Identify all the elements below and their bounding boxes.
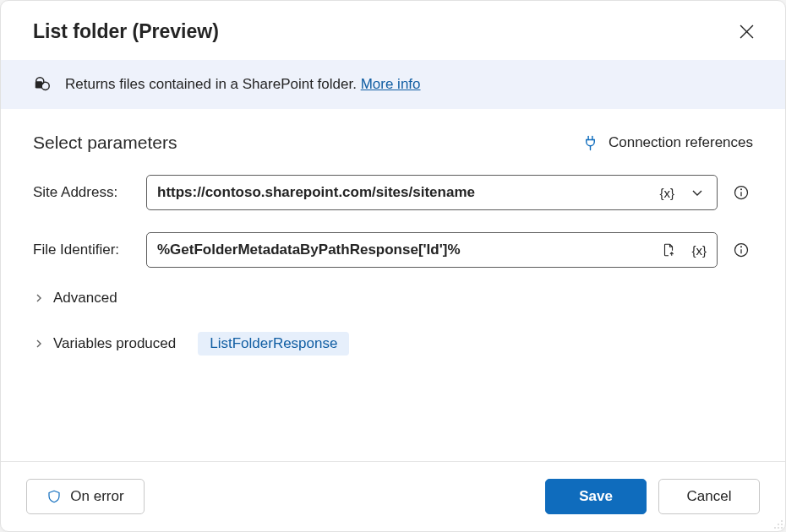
svg-point-13 <box>781 524 783 525</box>
svg-point-14 <box>781 527 783 529</box>
resize-handle[interactable] <box>770 516 783 529</box>
file-select-icon <box>661 242 676 258</box>
site-address-input-wrap[interactable]: {x} <box>146 175 718 210</box>
banner-description: Returns files contained in a SharePoint … <box>65 76 361 92</box>
file-identifier-input-wrap[interactable]: {x} <box>146 232 718 268</box>
site-address-label: Site Address: <box>33 184 134 201</box>
section-title: Select parameters <box>33 133 177 153</box>
svg-point-17 <box>774 527 776 529</box>
dialog-header: List folder (Preview) <box>1 1 785 60</box>
plug-icon <box>582 135 598 151</box>
variable-pill[interactable]: ListFolderResponse <box>198 332 349 356</box>
cancel-button[interactable]: Cancel <box>658 479 760 514</box>
svg-point-16 <box>778 527 779 529</box>
dialog-footer: On error Save Cancel <box>1 461 785 531</box>
file-picker-button[interactable] <box>654 236 683 264</box>
site-address-info-button[interactable] <box>729 181 753 204</box>
file-identifier-info-button[interactable] <box>729 238 753 262</box>
svg-point-11 <box>741 247 742 247</box>
close-button[interactable] <box>733 18 760 45</box>
site-address-input[interactable] <box>157 184 654 201</box>
info-icon <box>733 242 750 258</box>
param-row-file-identifier: File Identifier: {x} <box>33 232 753 268</box>
info-banner: S Returns files contained in a SharePoin… <box>1 60 785 109</box>
file-identifier-label: File Identifier: <box>33 242 134 258</box>
section-header-row: Select parameters Connection references <box>33 133 753 153</box>
more-info-link[interactable]: More info <box>361 76 421 92</box>
dropdown-button[interactable] <box>683 178 712 207</box>
site-address-suffix: {x} <box>654 178 712 207</box>
svg-point-15 <box>778 524 779 525</box>
footer-actions: Save Cancel <box>545 479 760 514</box>
info-icon <box>733 184 750 201</box>
dialog: List folder (Preview) S Returns files co… <box>0 0 786 532</box>
svg-text:S: S <box>37 82 41 88</box>
variable-token-button[interactable]: {x} <box>686 243 712 258</box>
sharepoint-icon: S <box>33 75 52 94</box>
chevron-down-icon <box>690 186 704 199</box>
dialog-title: List folder (Preview) <box>33 20 219 43</box>
chevron-right-icon <box>33 294 45 302</box>
svg-point-3 <box>41 82 49 90</box>
variables-produced-label: Variables produced <box>53 335 176 352</box>
variables-produced-toggle[interactable]: Variables produced ListFolderResponse <box>33 332 753 356</box>
banner-text: Returns files contained in a SharePoint … <box>65 76 421 93</box>
save-button[interactable]: Save <box>545 479 647 514</box>
connection-references-label: Connection references <box>609 134 753 151</box>
dialog-body: Select parameters Connection references … <box>1 109 785 461</box>
svg-point-12 <box>781 520 783 522</box>
chevron-right-icon <box>33 339 45 348</box>
file-identifier-input[interactable] <box>157 242 654 258</box>
on-error-label: On error <box>70 488 123 505</box>
advanced-label: Advanced <box>53 290 117 307</box>
on-error-button[interactable]: On error <box>26 479 145 514</box>
svg-point-8 <box>741 189 742 190</box>
close-icon <box>740 24 754 39</box>
variable-token-button[interactable]: {x} <box>654 186 680 200</box>
param-row-site-address: Site Address: {x} <box>33 175 753 210</box>
shield-icon <box>46 489 62 504</box>
connection-references-button[interactable]: Connection references <box>582 134 753 151</box>
advanced-toggle[interactable]: Advanced <box>33 290 753 307</box>
file-identifier-suffix: {x} <box>654 236 712 264</box>
